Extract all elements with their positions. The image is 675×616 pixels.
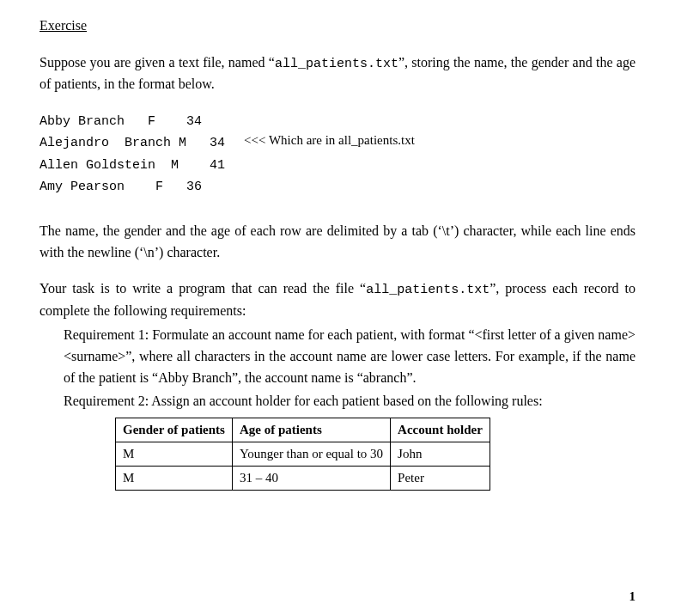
intro-text-1: Suppose you are given a text file, named… xyxy=(40,55,275,70)
exercise-heading: Exercise xyxy=(40,15,635,37)
table-cell: 31 – 40 xyxy=(232,467,390,491)
file-lines: Abby Branch F 34 Alejandro Branch M 34 A… xyxy=(40,111,225,198)
requirement-1: Requirement 1: Formulate an account name… xyxy=(64,325,635,388)
table-cell: Younger than or equal to 30 xyxy=(232,442,390,466)
table-cell: Peter xyxy=(391,467,490,491)
table-cell: John xyxy=(391,442,490,466)
rules-table: Gender of patients Age of patients Accou… xyxy=(115,418,490,491)
table-cell: M xyxy=(116,442,233,466)
requirements-block: Requirement 1: Formulate an account name… xyxy=(40,325,635,491)
table-header-row: Gender of patients Age of patients Accou… xyxy=(116,418,490,442)
table-header-cell: Account holder xyxy=(391,418,490,442)
page-number: 1 xyxy=(629,589,636,604)
document-page: Exercise Suppose you are given a text fi… xyxy=(0,0,675,508)
task-paragraph: Your task is to write a program that can… xyxy=(40,278,635,321)
delimiter-paragraph: The name, the gender and the age of each… xyxy=(40,221,635,264)
intro-filename: all_patients.txt xyxy=(275,57,398,71)
task-filename: all_patients.txt xyxy=(366,283,490,297)
table-header-cell: Age of patients xyxy=(232,418,390,442)
task-text-1: Your task is to write a program that can… xyxy=(40,281,366,296)
table-row: M 31 – 40 Peter xyxy=(116,467,490,491)
table-cell: M xyxy=(116,467,233,491)
table-header-cell: Gender of patients xyxy=(116,418,233,442)
intro-paragraph: Suppose you are given a text file, named… xyxy=(40,52,635,95)
file-content-block: Abby Branch F 34 Alejandro Branch M 34 A… xyxy=(40,111,635,198)
requirement-2-intro: Requirement 2: Assign an account holder … xyxy=(64,391,635,412)
file-annotation: <<< Which are in all_patients.txt xyxy=(244,131,415,150)
table-row: M Younger than or equal to 30 John xyxy=(116,442,490,466)
